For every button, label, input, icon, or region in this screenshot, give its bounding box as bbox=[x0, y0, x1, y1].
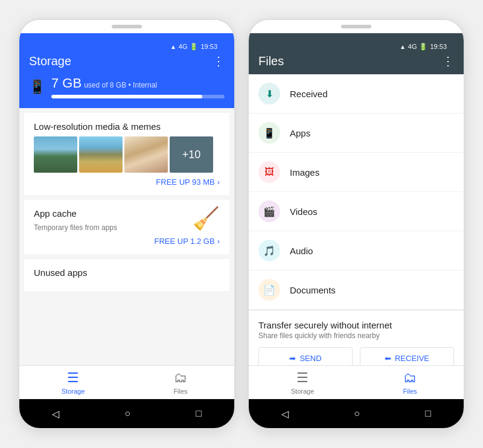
media-card-title: Low-resolution media & memes bbox=[34, 121, 220, 132]
media-free-up-label: FREE UP 93 MB bbox=[156, 178, 214, 187]
apps-icon: 📱 bbox=[263, 127, 275, 139]
cache-free-up-btn[interactable]: FREE UP 1.2 GB › bbox=[34, 237, 220, 246]
images-icon-wrap: 🖼 bbox=[258, 161, 280, 183]
files-title: Files bbox=[258, 54, 284, 68]
nav-storage-left[interactable]: ☰ Storage bbox=[19, 366, 127, 399]
battery-icon-left: 🔋 bbox=[190, 43, 198, 51]
status-icons-left: ▲ 4G 🔋 19:53 bbox=[170, 43, 217, 51]
storage-app-bar: Storage ⋮ bbox=[29, 54, 225, 68]
files-menu-icon[interactable]: ⋮ bbox=[442, 54, 454, 68]
nav-files-right[interactable]: 🗂 Files bbox=[356, 366, 464, 399]
files-nav-icon-right: 🗂 bbox=[403, 370, 417, 386]
videos-label: Videos bbox=[290, 206, 318, 217]
files-nav-label-right: Files bbox=[403, 388, 417, 395]
cache-card: App cache Temporary files from apps 🧹 FR… bbox=[24, 200, 229, 254]
home-btn-left[interactable]: ○ bbox=[124, 408, 130, 419]
transfer-subtitle: Share files quickly with friends nearby bbox=[258, 331, 454, 340]
home-btn-right[interactable]: ○ bbox=[354, 408, 360, 419]
transfer-title: Transfer securely without internet bbox=[258, 320, 454, 330]
right-phone: ▲ 4G 🔋 19:53 Files ⋮ ⬇ Received bbox=[248, 19, 465, 429]
signal-icon-left: ▲ bbox=[170, 43, 176, 50]
cache-subtitle: Temporary files from apps bbox=[34, 223, 117, 232]
unused-title: Unused apps bbox=[34, 267, 220, 278]
nav-files-left[interactable]: 🗂 Files bbox=[127, 366, 234, 399]
file-item-audio[interactable]: 🎵 Audio bbox=[249, 231, 464, 270]
speaker-left bbox=[112, 25, 142, 28]
files-app-bar: Files ⋮ bbox=[258, 54, 454, 68]
documents-icon: 📄 bbox=[263, 284, 275, 296]
receive-button[interactable]: ⬅ RECEIVE bbox=[360, 347, 454, 365]
audio-icon-wrap: 🎵 bbox=[258, 240, 280, 261]
storage-nav-label: Storage bbox=[62, 388, 85, 395]
receive-icon: ⬅ bbox=[385, 354, 391, 363]
storage-menu-icon[interactable]: ⋮ bbox=[213, 54, 225, 68]
files-header: ▲ 4G 🔋 19:53 Files ⋮ bbox=[249, 33, 464, 74]
storage-progress-bar bbox=[51, 95, 225, 98]
send-icon: ➡ bbox=[289, 354, 296, 363]
file-item-received[interactable]: ⬇ Received bbox=[249, 74, 464, 114]
recents-btn-left[interactable]: □ bbox=[196, 408, 202, 419]
documents-icon-wrap: 📄 bbox=[258, 279, 280, 301]
time-right: 19:53 bbox=[430, 43, 447, 50]
storage-title: Storage bbox=[29, 54, 71, 68]
cache-free-up-label: FREE UP 1.2 GB bbox=[154, 237, 214, 246]
images-icon: 🖼 bbox=[264, 167, 274, 178]
storage-content: Low-resolution media & memes +10 FREE UP… bbox=[19, 108, 234, 365]
back-btn-right[interactable]: ◁ bbox=[281, 408, 289, 420]
file-item-apps[interactable]: 📱 Apps bbox=[249, 114, 464, 153]
speaker-right bbox=[341, 25, 371, 28]
storage-info: 📱 7 GB used of 8 GB • Internal bbox=[29, 75, 225, 98]
files-screen: ▲ 4G 🔋 19:53 Files ⋮ ⬇ Received bbox=[249, 33, 464, 399]
images-label: Images bbox=[290, 167, 319, 178]
media-free-up-btn[interactable]: FREE UP 93 MB › bbox=[34, 178, 220, 187]
android-nav-left: ◁ ○ □ bbox=[19, 399, 234, 428]
signal-type-right: 4G bbox=[408, 43, 417, 50]
cache-free-up-arrow: › bbox=[217, 237, 220, 246]
transfer-buttons: ➡ SEND ⬅ RECEIVE bbox=[258, 347, 454, 365]
back-btn-left[interactable]: ◁ bbox=[52, 408, 59, 420]
thumb-1 bbox=[34, 136, 77, 173]
files-nav-label-left: Files bbox=[173, 388, 187, 395]
audio-icon: 🎵 bbox=[263, 245, 275, 257]
videos-icon-wrap: 🎬 bbox=[258, 200, 280, 222]
media-card: Low-resolution media & memes +10 FREE UP… bbox=[24, 113, 229, 195]
storage-nav-icon: ☰ bbox=[67, 370, 79, 386]
transfer-section: Transfer securely without internet Share… bbox=[249, 310, 464, 365]
device-icon: 📱 bbox=[29, 79, 45, 95]
documents-label: Documents bbox=[290, 285, 336, 295]
send-button[interactable]: ➡ SEND bbox=[258, 347, 353, 365]
apps-label: Apps bbox=[290, 128, 310, 138]
media-free-up-arrow: › bbox=[217, 178, 220, 187]
storage-screen: ▲ 4G 🔋 19:53 Storage ⋮ 📱 7 GB used of 8 … bbox=[19, 33, 234, 399]
battery-icon-right: 🔋 bbox=[419, 43, 427, 51]
status-bar-left: ▲ 4G 🔋 19:53 bbox=[29, 39, 225, 54]
file-list: ⬇ Received 📱 Apps 🖼 Images bbox=[249, 74, 464, 365]
storage-text: 7 GB used of 8 GB • Internal bbox=[51, 75, 225, 98]
videos-icon: 🎬 bbox=[263, 206, 275, 217]
cache-illustration: 🧹 bbox=[193, 206, 220, 231]
audio-label: Audio bbox=[290, 246, 313, 256]
nav-storage-right[interactable]: ☰ Storage bbox=[249, 366, 356, 399]
received-icon-wrap: ⬇ bbox=[258, 83, 280, 104]
recents-btn-right[interactable]: □ bbox=[425, 408, 431, 419]
bottom-nav-right: ☰ Storage 🗂 Files bbox=[249, 365, 464, 399]
file-item-videos[interactable]: 🎬 Videos bbox=[249, 192, 464, 231]
thumb-2 bbox=[79, 136, 123, 173]
left-phone: ▲ 4G 🔋 19:53 Storage ⋮ 📱 7 GB used of 8 … bbox=[18, 19, 235, 429]
file-item-documents[interactable]: 📄 Documents bbox=[249, 270, 464, 310]
thumb-overflow: +10 bbox=[170, 136, 213, 173]
receive-label: RECEIVE bbox=[395, 354, 429, 363]
storage-nav-label-right: Storage bbox=[291, 388, 315, 395]
phone-top-bar-right bbox=[249, 20, 464, 33]
status-icons-right: ▲ 4G 🔋 19:53 bbox=[400, 43, 447, 51]
storage-progress-fill bbox=[51, 95, 202, 98]
android-nav-right: ◁ ○ □ bbox=[249, 399, 464, 428]
received-label: Received bbox=[290, 89, 328, 99]
storage-header: ▲ 4G 🔋 19:53 Storage ⋮ 📱 7 GB used of 8 … bbox=[19, 33, 234, 108]
send-label: SEND bbox=[299, 354, 321, 363]
file-item-images[interactable]: 🖼 Images bbox=[249, 153, 464, 192]
storage-detail: used of 8 GB • Internal bbox=[84, 81, 157, 89]
cache-card-text: App cache Temporary files from apps bbox=[34, 208, 117, 232]
storage-amount: 7 GB bbox=[51, 75, 82, 91]
storage-nav-icon-right: ☰ bbox=[296, 370, 309, 386]
